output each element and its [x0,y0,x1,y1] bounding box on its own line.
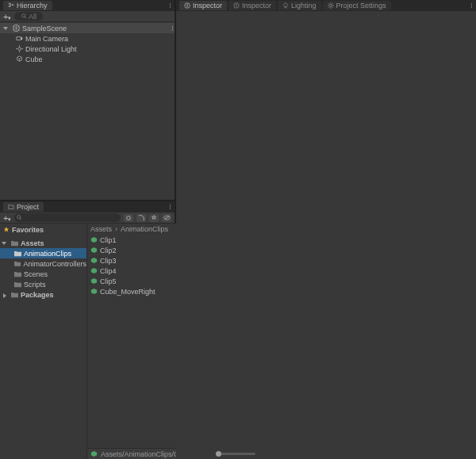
inspector-tab-2[interactable]: Inspector [228,1,276,10]
svg-rect-5 [17,37,21,40]
packages-label: Packages [21,291,54,299]
inspector-body [176,11,476,459]
foldout-icon[interactable] [3,292,9,297]
light-icon [16,45,23,52]
asset-label: Clip2 [100,247,117,254]
animation-clip-icon [90,277,98,285]
panel-lock-icon[interactable]: ⁝ [169,203,171,211]
project-settings-tab[interactable]: Project Settings [323,1,391,10]
svg-line-28 [332,7,332,8]
folder-label: AnimationClips [24,250,71,258]
chevron-right-icon: › [115,225,117,233]
breadcrumb-root[interactable]: Assets [90,225,112,233]
svg-point-20 [236,4,236,5]
create-dropdown[interactable]: +▾ [3,12,11,21]
folder-scripts[interactable]: Scripts [0,279,86,289]
svg-line-4 [25,17,26,18]
asset-label: Clip1 [100,236,117,244]
lighting-tab[interactable]: Lighting [278,1,321,10]
foldout-icon[interactable] [5,25,10,31]
animation-clip-icon [90,247,98,254]
hierarchy-item-label: Directional Light [25,45,77,53]
svg-line-27 [328,3,329,4]
folder-label: AnimatorControllers [23,260,86,268]
hidden-packages-icon[interactable] [162,214,171,222]
project-search-input[interactable] [14,213,121,222]
asset-label: Clip4 [100,267,117,275]
hierarchy-item-label: Cube [25,55,43,63]
inspector-tab-bar: Inspector Inspector Lighting Project Set… [176,0,476,11]
svg-line-12 [21,218,22,220]
hierarchy-item-directional-light[interactable]: Directional Light [0,44,175,54]
folder-icon [14,281,21,288]
folder-icon [11,240,18,247]
info-icon [184,2,190,9]
hierarchy-toolbar: +▾ All [0,11,175,22]
svg-line-30 [328,7,329,8]
hierarchy-tab-bar: Hierarchy ⁝ [0,0,175,11]
assets-root-row[interactable]: Assets [0,238,86,248]
asset-label: Clip3 [100,257,117,265]
project-tab-bar: Project ⁝ [0,201,175,212]
svg-point-22 [329,4,332,6]
folder-label: Scenes [24,270,48,278]
svg-point-13 [127,216,131,220]
project-icon [8,204,14,210]
packages-root-row[interactable]: Packages [0,289,86,300]
inspector-tab-label: Inspector [242,2,271,10]
project-folder-tree: Favorites Assets AnimationClips Ani [0,224,87,459]
favorites-label: Favorites [12,226,44,234]
animation-clip-icon [90,267,98,274]
favorites-row[interactable]: Favorites [0,224,86,235]
hierarchy-tab-label: Hierarchy [17,2,48,10]
project-tab-label: Project [17,203,39,211]
unity-icon [13,25,20,32]
scene-name: SampleScene [22,25,67,33]
assets-label: Assets [21,239,44,247]
search-icon [17,215,22,220]
star-icon [3,227,10,233]
project-settings-tab-label: Project Settings [336,2,386,10]
svg-point-17 [186,4,187,5]
svg-rect-19 [236,5,237,6]
breadcrumb-current[interactable]: AnimationClips [121,225,168,233]
svg-rect-1 [9,6,10,7]
inspector-tab-active[interactable]: Inspector [179,1,227,10]
lighting-tab-label: Lighting [291,2,317,10]
scene-menu-icon[interactable]: ⁝ [171,25,175,33]
hierarchy-icon [8,2,14,9]
folder-icon [14,251,21,257]
animation-clip-icon [90,257,98,264]
save-search-icon[interactable] [149,214,159,222]
lightbulb-icon [282,2,289,9]
create-dropdown[interactable]: +▾ [3,213,11,223]
animation-clip-icon [90,288,98,295]
gear-icon [328,2,334,9]
folder-animation-clips[interactable]: AnimationClips [0,248,86,258]
scene-row[interactable]: SampleScene ⁝ [0,23,175,33]
hierarchy-tab[interactable]: Hierarchy [3,1,52,10]
folder-animator-controllers[interactable]: AnimatorControllers [0,258,86,269]
svg-rect-21 [285,7,286,8]
asset-label: Cube_MoveRight [100,288,155,296]
filter-by-type-icon[interactable] [124,214,133,222]
filter-by-label-icon[interactable] [136,214,146,222]
svg-line-29 [332,3,332,4]
hierarchy-body: SampleScene ⁝ Main Camera Directional Li… [0,22,175,200]
folder-scenes[interactable]: Scenes [0,269,86,279]
thumbnail-size-slider[interactable] [216,453,255,455]
search-icon [21,13,27,19]
panel-lock-icon[interactable]: ⁝ [169,2,171,10]
camera-icon [16,35,23,42]
project-tab[interactable]: Project [3,202,44,212]
hierarchy-item-main-camera[interactable]: Main Camera [0,33,175,44]
hierarchy-search-input[interactable]: All [14,12,43,21]
panel-lock-icon[interactable]: ⁝ [470,2,473,10]
inspector-tab-label: Inspector [193,2,222,10]
animation-clip-icon [90,236,98,243]
foldout-icon[interactable] [3,240,9,246]
folder-label: Scripts [24,281,46,289]
hierarchy-item-cube[interactable]: Cube [0,54,175,64]
project-toolbar: +▾ [0,212,175,224]
hierarchy-item-label: Main Camera [25,35,68,43]
